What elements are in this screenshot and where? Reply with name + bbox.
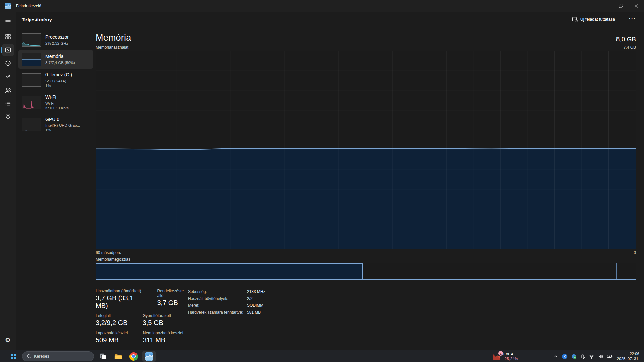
composition-segment-standby[interactable]: [368, 263, 617, 279]
window-title: Feladatkezelő: [16, 4, 41, 8]
rail-item-details[interactable]: [2, 98, 14, 110]
sidebar-wifi-name: Wi-Fi: [45, 94, 69, 100]
task-manager-button[interactable]: [142, 351, 156, 362]
sidebar-disk-type: SSD (SATA): [45, 79, 72, 83]
history-icon: [5, 60, 11, 67]
detail-slots-used: Használt bővítőhelyek: 2/2: [188, 296, 265, 302]
memory-detail-panel: Memória 8,0 GB Memóriahasználat 7,4 GB 6…: [96, 27, 636, 350]
usb-device-icon: [580, 354, 585, 359]
file-explorer-icon: [114, 352, 122, 361]
stat-non-paged-pool: Nem lapozható készlet 311 MB: [143, 330, 183, 344]
sidebar-disk-usage: 1%: [45, 83, 72, 88]
widgets-button[interactable]: 1 E8E4 -25,24%: [490, 351, 520, 361]
sidebar-item-memory[interactable]: Memória 3,7/7,4 GB (50%): [18, 50, 93, 69]
memory-usage-chart[interactable]: [96, 51, 636, 249]
widget-notification-badge: 1: [498, 351, 503, 356]
memory-chart-max-label: 7,4 GB: [624, 45, 636, 50]
rail-item-app-history[interactable]: [2, 57, 14, 69]
header-divider: [622, 16, 622, 23]
composition-segment-in-use[interactable]: [96, 263, 363, 279]
sidebar-cpu-name: Processzor: [45, 34, 69, 40]
sidebar-item-gpu[interactable]: GPU 0 Intel(R) UHD Grap... 1%: [18, 114, 93, 135]
task-manager-app-icon: [5, 3, 11, 9]
sidebar-gpu-usage: 1%: [45, 128, 80, 132]
disk-mini-chart: [22, 73, 41, 87]
sidebar-wifi-type: Wi-Fi: [45, 101, 69, 106]
details-icon: [5, 100, 11, 107]
wifi-icon: [589, 354, 594, 359]
battery-icon: [607, 354, 613, 359]
cpu-mini-chart: [22, 33, 41, 47]
selection-accent: [1, 47, 2, 53]
memory-composition-label: Memóriamegoszlás: [96, 257, 636, 262]
sidebar-memory-name: Memória: [45, 54, 75, 60]
sidebar-disk-name: 0. lemez (C:): [45, 72, 72, 78]
more-options-button[interactable]: ···: [626, 14, 639, 25]
active-app-indicator: [147, 360, 152, 361]
clock-date: 2025. 07. 31.: [617, 356, 639, 361]
detail-hardware-reserved: Hardverek számára fenntartva: 581 MB: [188, 310, 265, 315]
tray-overflow-button[interactable]: [551, 351, 560, 361]
sidebar-item-disk[interactable]: 0. lemez (C:) SSD (SATA) 1%: [18, 69, 93, 91]
page-title: Teljesítmény: [22, 17, 52, 22]
startup-icon: [5, 73, 11, 80]
file-explorer-button[interactable]: [111, 351, 125, 362]
stat-paged-pool: Lapozható készlet 509 MB: [96, 330, 128, 344]
sidebar-item-cpu[interactable]: Processzor 2% 2,32 GHz: [18, 31, 93, 49]
battery-tray-button[interactable]: [605, 351, 615, 361]
rail-item-settings[interactable]: ⚙: [2, 334, 14, 346]
composition-segment-free[interactable]: [617, 263, 636, 279]
search-icon: [26, 354, 31, 359]
composition-segment-modified[interactable]: [363, 263, 368, 279]
stat-cached: Gyorsítótárazott 3,5 GB: [143, 313, 171, 327]
run-new-task-button[interactable]: Új feladat futtatása: [569, 14, 619, 25]
rail-item-users[interactable]: [2, 84, 14, 96]
volume-tray-button[interactable]: [596, 351, 605, 361]
task-view-button[interactable]: [96, 351, 109, 362]
bluetooth-icon: [562, 354, 568, 359]
memory-hardware-details: Sebesség: 2133 MHz Használt bővítőhelyek…: [188, 289, 265, 344]
chrome-button[interactable]: [127, 351, 140, 362]
memory-mini-chart: [22, 53, 41, 66]
detail-speed: Sebesség: 2133 MHz: [188, 289, 265, 295]
users-icon: [5, 87, 11, 94]
detail-form-factor: Méret: SODIMM: [188, 303, 265, 308]
sidebar-gpu-name: GPU 0: [45, 117, 80, 123]
sidebar-item-wifi[interactable]: Wi-Fi Wi-Fi K: 0 F: 0 Kb/s: [18, 92, 93, 113]
menu-toggle-button[interactable]: [2, 16, 14, 28]
rail-item-startup-apps[interactable]: [2, 71, 14, 83]
search-input[interactable]: [34, 354, 90, 359]
security-tray-button[interactable]: [569, 351, 578, 361]
security-shield-icon: [571, 354, 577, 359]
wifi-tray-button[interactable]: [587, 351, 596, 361]
desktop: Feladatkezelő: [0, 0, 644, 362]
taskbar-search[interactable]: [22, 351, 94, 361]
bluetooth-tray-button[interactable]: [560, 351, 569, 361]
speaker-icon: [598, 354, 603, 359]
memory-title: Memória: [96, 33, 131, 43]
rail-item-performance[interactable]: [2, 44, 14, 56]
titlebar: Feladatkezelő: [0, 0, 644, 12]
stat-in-use: Használatban (tömörített) 3,7 GB (33,1 M…: [96, 289, 143, 310]
stat-committed: Lefoglalt 3,2/9,2 GB: [96, 313, 128, 327]
rail-item-services[interactable]: [2, 111, 14, 123]
memory-composition-bar[interactable]: [96, 263, 636, 280]
wifi-mini-chart: [22, 96, 41, 109]
sidebar-gpu-model: Intel(R) UHD Grap...: [45, 123, 80, 128]
stat-available: Rendelkezésre álló 3,7 GB: [157, 289, 188, 310]
widget-ticker-change: -25,24%: [503, 356, 518, 361]
performance-icon: [5, 47, 11, 53]
start-button[interactable]: [7, 351, 20, 362]
services-puzzle-icon: [5, 114, 11, 120]
restore-button[interactable]: [613, 0, 629, 12]
gear-icon: ⚙: [5, 336, 11, 344]
rail-item-processes[interactable]: [2, 31, 14, 43]
minimize-button[interactable]: [598, 0, 613, 12]
usb-tray-button[interactable]: [578, 351, 587, 361]
navigation-rail: ⚙: [0, 12, 16, 350]
taskbar-clock[interactable]: 22:06 2025. 07. 31.: [615, 351, 641, 361]
widget-ticker-symbol: E8E4: [503, 352, 518, 356]
close-button[interactable]: [629, 0, 644, 12]
hamburger-icon: [5, 18, 11, 25]
new-task-icon: [572, 17, 578, 22]
